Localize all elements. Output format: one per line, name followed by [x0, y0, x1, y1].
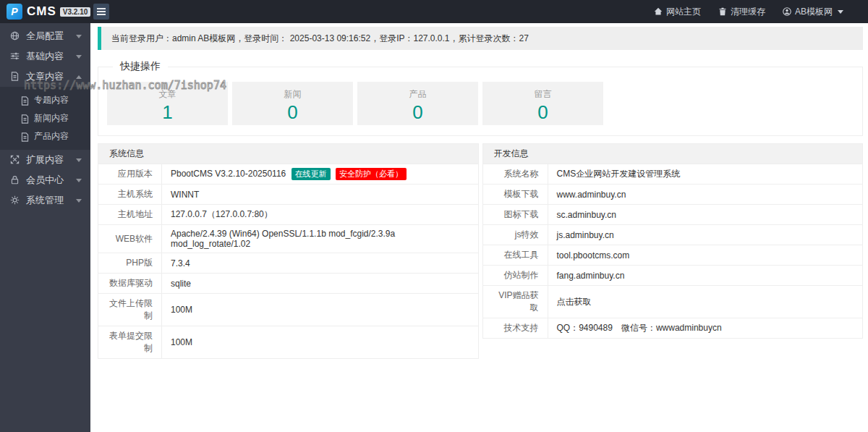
document-icon — [10, 72, 20, 82]
sidebar-item-global-config[interactable]: 全局配置 — [0, 26, 90, 46]
table-row: 文件上传限制 100M — [98, 294, 479, 326]
stat-card-articles[interactable]: 文章 1 — [107, 82, 228, 125]
quick-actions-panel: 快捷操作 文章 1 新闻 0 产品 0 留言 0 — [98, 60, 863, 136]
table-row: 主机系统 WINNT — [98, 185, 479, 205]
sidebar-item-basic-content[interactable]: 基础内容 — [0, 46, 90, 67]
js-effects-link[interactable]: js.adminbuy.cn — [548, 225, 863, 245]
sidebar-item-topic-content[interactable]: 专题内容 — [0, 91, 90, 109]
chevron-down-icon — [76, 199, 82, 203]
table-row: VIP赠品获取 点击获取 — [482, 286, 863, 318]
sidebar-item-system-manage[interactable]: 系统管理 — [0, 190, 90, 211]
dev-info-title: 开发信息 — [482, 144, 863, 164]
login-info-alert: 当前登录用户：admin AB模板网，登录时间： 2025-03-13 09:1… — [98, 27, 863, 50]
table-row: js特效 js.adminbuy.cn — [482, 225, 863, 245]
sidebar-item-article-content[interactable]: 文章内容 — [0, 67, 90, 87]
table-row: 在线工具 tool.pbootcms.com — [482, 245, 863, 266]
info-tables: 系统信息 应用版本 PbootCMS V3.2.10-20250116 在线更新… — [98, 143, 863, 359]
expand-icon — [10, 155, 20, 165]
dev-info-table: 开发信息 系统名称 CMS企业网站开发建设管理系统 模板下载 www.admin… — [482, 143, 864, 339]
article-submenu: 专题内容 新闻内容 产品内容 — [0, 87, 90, 150]
stat-value: 0 — [482, 101, 603, 123]
stat-card-products[interactable]: 产品 0 — [357, 82, 478, 125]
stat-value: 1 — [107, 101, 228, 123]
nav-site-home[interactable]: 网站主页 — [645, 0, 710, 23]
nav-user-menu[interactable]: AB模板网 — [774, 0, 852, 23]
security-protect-badge[interactable]: 安全防护（必看） — [336, 168, 407, 180]
globe-icon — [10, 31, 20, 41]
sidebar-item-member-center[interactable]: 会员中心 — [0, 170, 90, 190]
site-clone-link[interactable]: fang.adminbuy.cn — [548, 266, 863, 286]
stat-value: 0 — [232, 101, 353, 123]
user-icon — [783, 7, 791, 16]
chevron-down-icon — [76, 179, 82, 182]
table-row: 系统名称 CMS企业网站开发建设管理系统 — [482, 164, 863, 185]
table-row: 数据库驱动 sqlite — [98, 274, 479, 294]
sidebar-item-news-content[interactable]: 新闻内容 — [0, 109, 90, 127]
nav-clear-cache[interactable]: 清理缓存 — [710, 0, 774, 23]
stat-value: 0 — [357, 101, 478, 123]
sidebar: 全局配置 基础内容 文章内容 专题内容 新闻内容 — [0, 23, 90, 432]
stat-cards: 文章 1 新闻 0 产品 0 留言 0 — [107, 82, 854, 125]
table-row: PHP版 7.3.4 — [98, 253, 479, 274]
stat-card-messages[interactable]: 留言 0 — [482, 82, 603, 125]
vip-gift-link[interactable]: 点击获取 — [548, 286, 863, 318]
header-nav: 网站主页 清理缓存 AB模板网 — [645, 0, 868, 23]
main-content: 当前登录用户：admin AB模板网，登录时间： 2025-03-13 09:1… — [90, 27, 868, 359]
system-info-title: 系统信息 — [98, 144, 479, 164]
document-icon — [20, 132, 29, 141]
system-info-table: 系统信息 应用版本 PbootCMS V3.2.10-20250116 在线更新… — [98, 143, 479, 359]
document-icon — [20, 114, 29, 123]
chevron-down-icon — [76, 158, 82, 162]
login-info-text: 当前登录用户：admin AB模板网，登录时间： 2025-03-13 09:1… — [111, 33, 529, 45]
trash-icon — [718, 7, 727, 16]
app-logo[interactable]: P CMS V3.2.10 — [0, 4, 90, 20]
chevron-down-icon — [76, 55, 82, 59]
table-row: 模板下载 www.adminbuy.cn — [482, 185, 863, 205]
app-title: CMS — [27, 4, 56, 19]
table-row: WEB软件 Apache/2.4.39 (Win64) OpenSSL/1.1.… — [98, 225, 479, 253]
hamburger-icon — [97, 8, 106, 9]
document-icon — [20, 96, 29, 105]
sidebar-item-product-content[interactable]: 产品内容 — [0, 127, 90, 145]
stat-card-news[interactable]: 新闻 0 — [232, 82, 353, 125]
lock-icon — [10, 175, 20, 185]
gear-icon — [10, 195, 20, 206]
template-download-link[interactable]: www.adminbuy.cn — [548, 185, 863, 205]
icon-download-link[interactable]: sc.adminbuy.cn — [548, 205, 863, 225]
table-row: 应用版本 PbootCMS V3.2.10-20250116 在线更新 安全防护… — [98, 164, 479, 185]
chevron-down-icon — [76, 35, 82, 38]
table-row: 技术支持 QQ：9490489 微信号：wwwadminbuycn — [482, 318, 863, 339]
sliders-icon — [10, 51, 20, 62]
menu-toggle-button[interactable] — [93, 4, 109, 20]
chevron-up-icon — [76, 75, 82, 79]
online-tools-link[interactable]: tool.pbootcms.com — [548, 245, 863, 266]
table-row: 主机地址 127.0.0.7（127.0.0.7:80） — [98, 205, 479, 225]
home-icon — [654, 7, 663, 16]
table-row: 表单提交限制 100M — [98, 326, 479, 359]
table-row: 图标下载 sc.adminbuy.cn — [482, 205, 863, 225]
version-badge: V3.2.10 — [60, 7, 90, 17]
table-row: 仿站制作 fang.adminbuy.cn — [482, 266, 863, 286]
top-header: P CMS V3.2.10 网站主页 清理缓存 AB模板网 — [0, 0, 868, 23]
online-update-badge[interactable]: 在线更新 — [292, 168, 331, 180]
pbootcms-logo-icon: P — [7, 4, 22, 20]
chevron-down-icon — [838, 10, 843, 14]
sidebar-item-extended-content[interactable]: 扩展内容 — [0, 150, 90, 170]
quick-actions-title: 快捷操作 — [113, 60, 168, 73]
